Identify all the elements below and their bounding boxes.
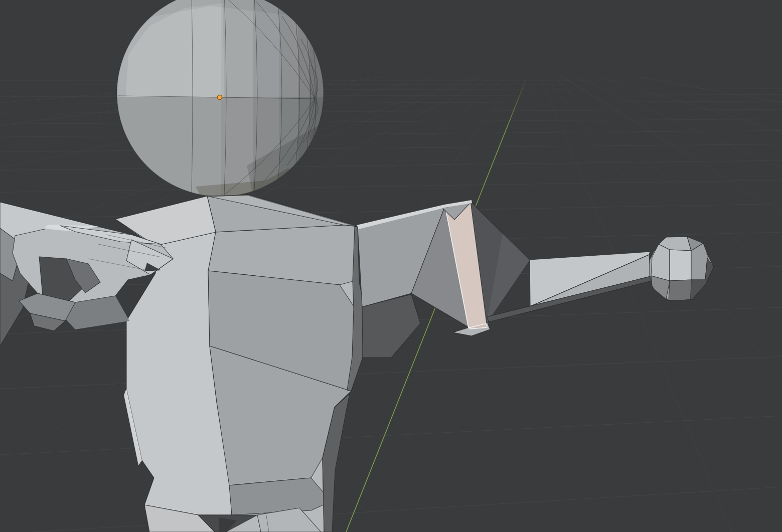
blender-3d-viewport xyxy=(0,0,782,532)
selected-vertex[interactable] xyxy=(218,95,222,100)
fist-bottom-mid[interactable] xyxy=(669,280,691,300)
viewport-canvas[interactable] xyxy=(0,0,782,532)
fist-center[interactable] xyxy=(670,250,691,281)
